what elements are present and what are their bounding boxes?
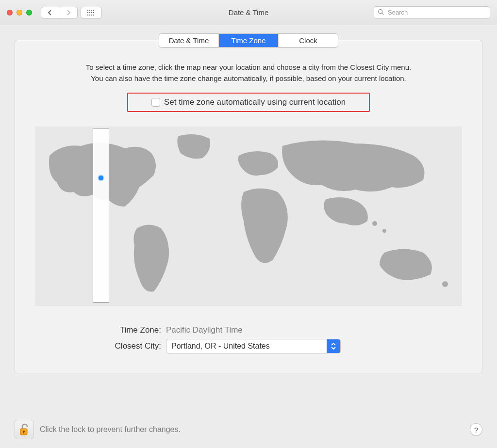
dropdown-arrow — [327, 339, 340, 353]
help-icon: ? — [474, 426, 478, 434]
back-button[interactable] — [41, 7, 59, 18]
timezone-value: Pacific Daylight Time — [166, 325, 418, 335]
nav-buttons — [41, 7, 78, 18]
preferences-panel: Date & Time Time Zone Clock To select a … — [15, 40, 482, 373]
show-all-button[interactable] — [81, 7, 102, 18]
unlocked-padlock-icon — [18, 423, 30, 436]
auto-timezone-label: Set time zone automatically using curren… — [164, 97, 346, 107]
svg-rect-7 — [93, 12, 94, 13]
search-field-wrap — [374, 6, 490, 19]
closest-city-select[interactable]: Portland, OR - United States — [166, 339, 341, 353]
chevron-left-icon — [48, 10, 52, 16]
zoom-window-button[interactable] — [26, 10, 32, 16]
location-pin-icon — [99, 176, 103, 180]
window-toolbar: Date & Time — [0, 0, 497, 25]
svg-rect-19 — [23, 432, 24, 433]
chevron-up-down-icon — [331, 343, 336, 350]
help-button[interactable]: ? — [470, 423, 482, 436]
auto-timezone-checkbox[interactable] — [151, 98, 160, 107]
instructions-line2: You can also have the time zone change a… — [91, 74, 406, 82]
svg-rect-11 — [93, 15, 94, 16]
closest-city-label: Closest City: — [79, 341, 166, 351]
tab-clock[interactable]: Clock — [279, 34, 338, 47]
closest-city-value: Portland, OR - United States — [166, 342, 327, 351]
svg-rect-2 — [91, 10, 92, 11]
svg-point-15 — [372, 221, 377, 226]
tab-bar: Date & Time Time Zone Clock — [159, 33, 338, 48]
lock-button[interactable] — [15, 420, 34, 439]
svg-point-12 — [379, 9, 382, 13]
close-window-button[interactable] — [7, 10, 13, 16]
instructions-line1: To select a time zone, click the map nea… — [86, 63, 411, 71]
svg-rect-4 — [87, 12, 88, 13]
chevron-right-icon — [66, 10, 71, 16]
selected-timezone-band — [93, 128, 109, 303]
auto-timezone-row: Set time zone automatically using curren… — [127, 93, 370, 112]
tab-time-zone[interactable]: Time Zone — [219, 34, 279, 47]
lock-hint-text: Click the lock to prevent further change… — [40, 425, 181, 434]
traffic-lights — [7, 10, 32, 16]
grid-icon — [87, 10, 95, 16]
search-input[interactable] — [374, 6, 490, 19]
tab-date-and-time[interactable]: Date & Time — [159, 34, 219, 47]
svg-line-13 — [382, 13, 384, 15]
instructions-text: To select a time zone, click the map nea… — [39, 62, 458, 84]
svg-rect-3 — [93, 10, 94, 11]
svg-rect-0 — [87, 10, 88, 11]
svg-point-14 — [442, 281, 448, 287]
timezone-form: Time Zone: Pacific Daylight Time Closest… — [79, 325, 418, 353]
svg-rect-10 — [91, 15, 92, 16]
svg-point-16 — [382, 229, 386, 233]
timezone-label: Time Zone: — [79, 325, 166, 335]
minimize-window-button[interactable] — [17, 10, 22, 16]
svg-rect-8 — [87, 15, 88, 16]
svg-rect-9 — [89, 15, 90, 16]
svg-rect-5 — [89, 12, 90, 13]
search-icon — [378, 9, 384, 16]
svg-rect-1 — [89, 10, 90, 11]
timezone-map[interactable] — [35, 127, 462, 306]
svg-rect-6 — [91, 12, 92, 13]
footer-bar: Click the lock to prevent further change… — [15, 420, 482, 439]
forward-button[interactable] — [59, 7, 78, 18]
